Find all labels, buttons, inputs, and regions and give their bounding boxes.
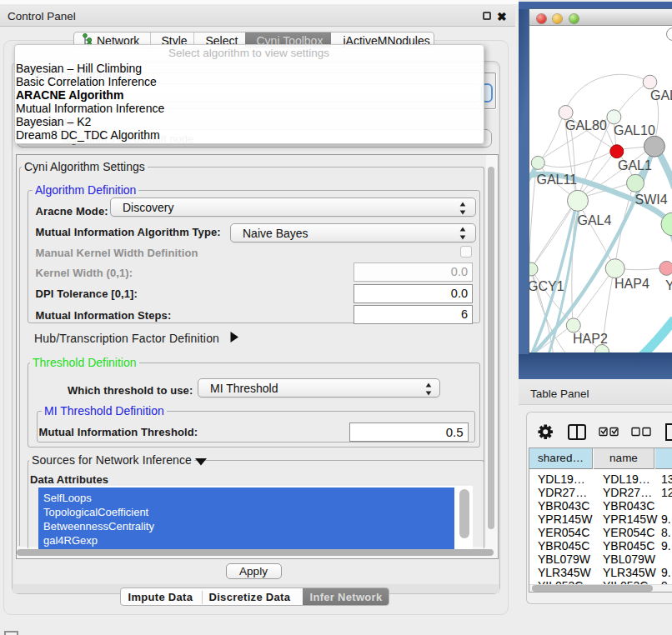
svg-text:GCY1: GCY1 <box>529 279 564 293</box>
svg-text:GAL11: GAL11 <box>537 172 578 187</box>
svg-text:GAL1: GAL1 <box>618 158 652 172</box>
svg-text:HAP2: HAP2 <box>573 332 608 346</box>
svg-text:GAL7: GAL7 <box>650 88 672 102</box>
svg-text:Y: Y <box>665 278 672 292</box>
svg-text:HAP4: HAP4 <box>614 277 649 291</box>
svg-text:GAL10: GAL10 <box>614 123 655 138</box>
svg-text:GAL4: GAL4 <box>578 213 612 228</box>
svg-text:SWI4: SWI4 <box>635 192 668 207</box>
svg-text:GAL80: GAL80 <box>565 118 607 132</box>
